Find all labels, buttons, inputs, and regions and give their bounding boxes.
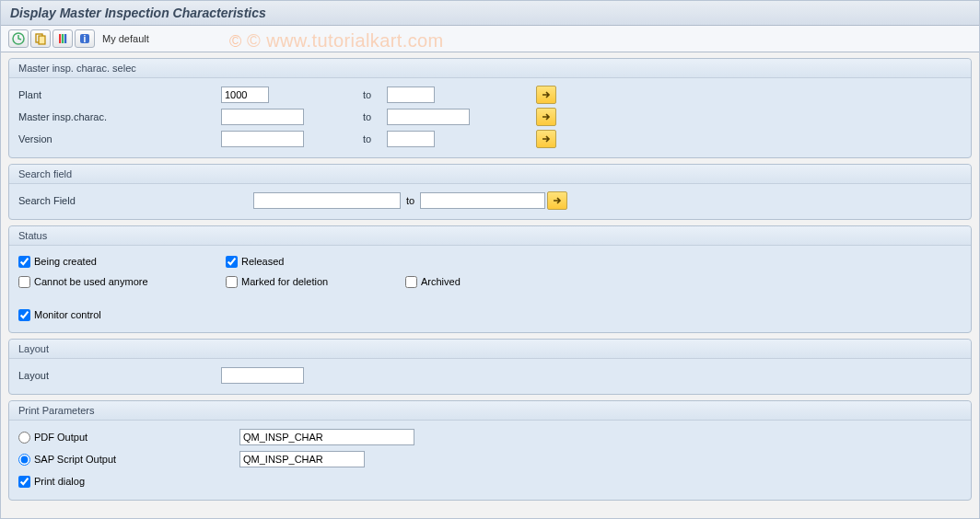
arrow-right-icon — [541, 133, 552, 144]
version-multiselect-button[interactable] — [536, 130, 556, 148]
group-print: Print Parameters PDF Output SAP Script O… — [8, 400, 972, 501]
group-print-title: Print Parameters — [9, 401, 971, 421]
plant-from-input[interactable] — [221, 86, 269, 103]
clock-icon — [12, 32, 25, 45]
pdf-output-input[interactable] — [239, 429, 414, 445]
sap-script-label: SAP Script Output — [34, 454, 116, 465]
being-created-checkbox[interactable] — [18, 256, 30, 268]
sap-script-radio[interactable] — [18, 454, 30, 466]
monitor-control-label: Monitor control — [34, 309, 101, 320]
plant-to-input[interactable] — [387, 86, 435, 103]
svg-rect-3 — [59, 34, 61, 43]
search-to-label: to — [401, 195, 420, 206]
released-checkbox[interactable] — [226, 256, 238, 268]
group-search-field: Search field Search Field to — [8, 164, 972, 220]
plant-label: Plant — [18, 89, 221, 100]
marked-deletion-checkbox[interactable] — [226, 276, 238, 288]
archived-checkbox[interactable] — [405, 276, 417, 288]
group-status-title: Status — [9, 226, 971, 246]
page-title: Display Master Inspection Characteristic… — [10, 6, 970, 20]
mic-to-label: to — [359, 111, 387, 122]
info-button[interactable]: i — [75, 29, 95, 48]
variant-icon — [34, 32, 47, 45]
group-status: Status Being created Released Cannot be … — [8, 225, 972, 333]
mic-label: Master insp.charac. — [18, 111, 221, 122]
plant-to-label: to — [359, 89, 387, 100]
version-to-label: to — [359, 133, 387, 144]
mic-from-input[interactable] — [221, 109, 304, 125]
cannot-use-checkbox[interactable] — [18, 276, 30, 288]
sap-script-input[interactable] — [239, 451, 365, 467]
layout-input[interactable] — [221, 367, 304, 384]
svg-rect-2 — [39, 36, 45, 44]
main-content: Master insp. charac. selec Plant to Mast… — [1, 52, 979, 513]
svg-text:i: i — [84, 34, 87, 44]
svg-rect-5 — [64, 34, 66, 43]
variant-button[interactable] — [30, 29, 51, 48]
toolbar: i My default — [1, 26, 979, 52]
search-field-label: Search Field — [18, 195, 253, 206]
arrow-right-icon — [541, 89, 552, 100]
arrow-right-icon — [541, 111, 552, 122]
version-to-input[interactable] — [387, 131, 435, 147]
archived-label: Archived — [421, 276, 461, 287]
layout-label: Layout — [18, 370, 221, 381]
search-to-input[interactable] — [420, 192, 545, 209]
group-layout: Layout Layout — [8, 339, 972, 395]
my-default-label[interactable]: My default — [97, 31, 155, 46]
group-master-insp-title: Master insp. charac. selec — [9, 59, 971, 78]
pdf-output-radio[interactable] — [18, 432, 30, 444]
mic-multiselect-button[interactable] — [536, 108, 556, 126]
select-icon — [56, 32, 69, 45]
group-master-insp: Master insp. charac. selec Plant to Mast… — [8, 58, 972, 158]
cannot-use-label: Cannot be used anymore — [34, 276, 148, 287]
group-search-title: Search field — [9, 165, 971, 184]
released-label: Released — [241, 256, 284, 267]
svg-rect-4 — [62, 34, 64, 43]
arrow-right-icon — [552, 195, 563, 206]
print-dialog-label: Print dialog — [34, 476, 85, 487]
execute-button[interactable] — [8, 29, 29, 48]
plant-multiselect-button[interactable] — [536, 86, 556, 104]
title-bar: Display Master Inspection Characteristic… — [1, 1, 979, 26]
search-multiselect-button[interactable] — [547, 191, 567, 210]
monitor-control-checkbox[interactable] — [18, 309, 30, 321]
marked-deletion-label: Marked for deletion — [241, 276, 328, 287]
mic-to-input[interactable] — [387, 109, 470, 125]
version-label: Version — [18, 133, 221, 144]
group-layout-title: Layout — [9, 340, 971, 359]
print-dialog-checkbox[interactable] — [18, 476, 30, 488]
search-from-input[interactable] — [253, 192, 401, 209]
pdf-output-label: PDF Output — [34, 432, 88, 443]
select-button[interactable] — [52, 29, 73, 48]
info-icon: i — [78, 32, 91, 45]
being-created-label: Being created — [34, 256, 97, 267]
version-from-input[interactable] — [221, 131, 304, 147]
